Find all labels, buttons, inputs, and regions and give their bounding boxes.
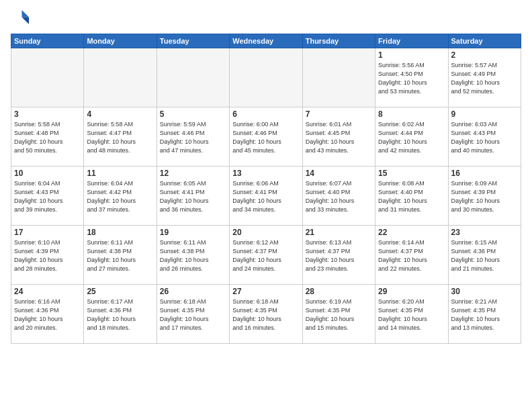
day-number: 28 bbox=[306, 287, 372, 296]
calendar-cell: 7Sunrise: 6:01 AM Sunset: 4:45 PM Daylig… bbox=[302, 107, 375, 167]
day-info: Sunrise: 6:11 AM Sunset: 4:38 PM Dayligh… bbox=[87, 238, 153, 273]
calendar-cell bbox=[157, 48, 229, 107]
day-header-friday: Friday bbox=[375, 34, 448, 48]
calendar-cell: 30Sunrise: 6:21 AM Sunset: 4:35 PM Dayli… bbox=[448, 285, 521, 344]
calendar-cell: 12Sunrise: 6:05 AM Sunset: 4:41 PM Dayli… bbox=[157, 167, 229, 226]
day-number: 1 bbox=[378, 50, 445, 60]
calendar-cell: 16Sunrise: 6:09 AM Sunset: 4:39 PM Dayli… bbox=[448, 167, 521, 226]
day-number: 27 bbox=[232, 287, 299, 296]
day-info: Sunrise: 5:58 AM Sunset: 4:47 PM Dayligh… bbox=[87, 120, 153, 155]
day-number: 18 bbox=[87, 228, 153, 237]
calendar-cell: 17Sunrise: 6:10 AM Sunset: 4:39 PM Dayli… bbox=[11, 226, 84, 285]
day-number: 16 bbox=[451, 169, 518, 178]
day-info: Sunrise: 6:16 AM Sunset: 4:36 PM Dayligh… bbox=[14, 298, 81, 332]
calendar-cell: 14Sunrise: 6:07 AM Sunset: 4:40 PM Dayli… bbox=[302, 167, 375, 226]
day-number: 10 bbox=[14, 169, 81, 178]
day-info: Sunrise: 6:07 AM Sunset: 4:40 PM Dayligh… bbox=[306, 179, 372, 214]
day-number: 23 bbox=[451, 228, 518, 237]
calendar-cell: 29Sunrise: 6:20 AM Sunset: 4:35 PM Dayli… bbox=[375, 285, 448, 344]
day-number: 9 bbox=[451, 109, 518, 119]
day-header-sunday: Sunday bbox=[11, 34, 84, 48]
day-info: Sunrise: 6:04 AM Sunset: 4:42 PM Dayligh… bbox=[87, 179, 153, 214]
day-info: Sunrise: 6:17 AM Sunset: 4:36 PM Dayligh… bbox=[87, 298, 153, 332]
day-info: Sunrise: 6:05 AM Sunset: 4:41 PM Dayligh… bbox=[160, 179, 226, 214]
calendar-cell: 1Sunrise: 5:56 AM Sunset: 4:50 PM Daylig… bbox=[375, 48, 448, 107]
day-number: 3 bbox=[14, 109, 81, 119]
calendar-cell: 27Sunrise: 6:18 AM Sunset: 4:35 PM Dayli… bbox=[230, 285, 302, 344]
day-number: 17 bbox=[14, 228, 81, 237]
day-info: Sunrise: 5:57 AM Sunset: 4:49 PM Dayligh… bbox=[451, 61, 518, 96]
day-number: 11 bbox=[87, 169, 153, 178]
calendar-cell: 9Sunrise: 6:03 AM Sunset: 4:43 PM Daylig… bbox=[448, 107, 521, 167]
day-number: 30 bbox=[451, 287, 518, 296]
day-info: Sunrise: 6:02 AM Sunset: 4:44 PM Dayligh… bbox=[378, 120, 445, 155]
calendar-cell: 26Sunrise: 6:18 AM Sunset: 4:35 PM Dayli… bbox=[157, 285, 229, 344]
day-number: 19 bbox=[160, 228, 226, 237]
day-info: Sunrise: 6:03 AM Sunset: 4:43 PM Dayligh… bbox=[451, 120, 518, 155]
day-info: Sunrise: 6:20 AM Sunset: 4:35 PM Dayligh… bbox=[378, 298, 445, 332]
calendar-week-5: 24Sunrise: 6:16 AM Sunset: 4:36 PM Dayli… bbox=[11, 285, 521, 344]
calendar-cell: 20Sunrise: 6:12 AM Sunset: 4:37 PM Dayli… bbox=[230, 226, 302, 285]
calendar-week-3: 10Sunrise: 6:04 AM Sunset: 4:43 PM Dayli… bbox=[11, 167, 521, 226]
page: SundayMondayTuesdayWednesdayThursdayFrid… bbox=[0, 0, 532, 411]
calendar-cell: 15Sunrise: 6:08 AM Sunset: 4:40 PM Dayli… bbox=[375, 167, 448, 226]
calendar-cell: 25Sunrise: 6:17 AM Sunset: 4:36 PM Dayli… bbox=[84, 285, 157, 344]
day-number: 26 bbox=[160, 287, 226, 296]
calendar-cell: 22Sunrise: 6:14 AM Sunset: 4:37 PM Dayli… bbox=[375, 226, 448, 285]
day-number: 14 bbox=[306, 169, 372, 178]
day-number: 20 bbox=[232, 228, 299, 237]
logo-icon bbox=[11, 8, 31, 28]
day-number: 22 bbox=[378, 228, 445, 237]
day-info: Sunrise: 6:13 AM Sunset: 4:37 PM Dayligh… bbox=[306, 238, 372, 273]
day-header-monday: Monday bbox=[84, 34, 157, 48]
calendar-cell bbox=[11, 48, 84, 107]
calendar-cell: 23Sunrise: 6:15 AM Sunset: 4:36 PM Dayli… bbox=[448, 226, 521, 285]
day-header-thursday: Thursday bbox=[302, 34, 375, 48]
calendar-cell: 11Sunrise: 6:04 AM Sunset: 4:42 PM Dayli… bbox=[84, 167, 157, 226]
calendar-table: SundayMondayTuesdayWednesdayThursdayFrid… bbox=[11, 34, 521, 344]
day-number: 21 bbox=[306, 228, 372, 237]
calendar-cell: 5Sunrise: 5:59 AM Sunset: 4:46 PM Daylig… bbox=[157, 107, 229, 167]
day-header-saturday: Saturday bbox=[448, 34, 521, 48]
day-info: Sunrise: 6:08 AM Sunset: 4:40 PM Dayligh… bbox=[378, 179, 445, 214]
day-number: 5 bbox=[160, 109, 226, 119]
calendar-cell: 13Sunrise: 6:06 AM Sunset: 4:41 PM Dayli… bbox=[230, 167, 302, 226]
calendar-cell: 6Sunrise: 6:00 AM Sunset: 4:46 PM Daylig… bbox=[230, 107, 302, 167]
svg-marker-0 bbox=[22, 10, 30, 17]
svg-marker-1 bbox=[22, 17, 30, 25]
day-info: Sunrise: 6:01 AM Sunset: 4:45 PM Dayligh… bbox=[306, 120, 372, 155]
day-number: 7 bbox=[306, 109, 372, 119]
calendar-week-1: 1Sunrise: 5:56 AM Sunset: 4:50 PM Daylig… bbox=[11, 48, 521, 107]
calendar-header-row: SundayMondayTuesdayWednesdayThursdayFrid… bbox=[11, 34, 521, 48]
day-info: Sunrise: 6:04 AM Sunset: 4:43 PM Dayligh… bbox=[14, 179, 81, 214]
calendar-cell: 18Sunrise: 6:11 AM Sunset: 4:38 PM Dayli… bbox=[84, 226, 157, 285]
day-number: 29 bbox=[378, 287, 445, 296]
day-info: Sunrise: 6:18 AM Sunset: 4:35 PM Dayligh… bbox=[160, 298, 226, 332]
day-info: Sunrise: 6:15 AM Sunset: 4:36 PM Dayligh… bbox=[451, 238, 518, 273]
day-info: Sunrise: 6:06 AM Sunset: 4:41 PM Dayligh… bbox=[232, 179, 299, 214]
day-number: 2 bbox=[451, 50, 518, 60]
calendar-cell: 8Sunrise: 6:02 AM Sunset: 4:44 PM Daylig… bbox=[375, 107, 448, 167]
day-info: Sunrise: 6:19 AM Sunset: 4:35 PM Dayligh… bbox=[306, 298, 372, 332]
day-info: Sunrise: 6:09 AM Sunset: 4:39 PM Dayligh… bbox=[451, 179, 518, 214]
day-info: Sunrise: 6:18 AM Sunset: 4:35 PM Dayligh… bbox=[232, 298, 299, 332]
day-info: Sunrise: 5:58 AM Sunset: 4:48 PM Dayligh… bbox=[14, 120, 81, 155]
day-info: Sunrise: 6:10 AM Sunset: 4:39 PM Dayligh… bbox=[14, 238, 81, 273]
day-number: 13 bbox=[232, 169, 299, 178]
calendar-cell bbox=[84, 48, 157, 107]
day-info: Sunrise: 6:11 AM Sunset: 4:38 PM Dayligh… bbox=[160, 238, 226, 273]
day-number: 24 bbox=[14, 287, 81, 296]
day-info: Sunrise: 6:21 AM Sunset: 4:35 PM Dayligh… bbox=[451, 298, 518, 332]
day-number: 6 bbox=[232, 109, 299, 119]
day-info: Sunrise: 5:59 AM Sunset: 4:46 PM Dayligh… bbox=[160, 120, 226, 155]
calendar-cell: 3Sunrise: 5:58 AM Sunset: 4:48 PM Daylig… bbox=[11, 107, 84, 167]
day-number: 12 bbox=[160, 169, 226, 178]
day-header-tuesday: Tuesday bbox=[157, 34, 229, 48]
day-number: 25 bbox=[87, 287, 153, 296]
day-info: Sunrise: 6:00 AM Sunset: 4:46 PM Dayligh… bbox=[232, 120, 299, 155]
calendar-cell bbox=[230, 48, 302, 107]
day-number: 4 bbox=[87, 109, 153, 119]
day-header-wednesday: Wednesday bbox=[230, 34, 302, 48]
logo bbox=[11, 8, 34, 28]
calendar-cell bbox=[302, 48, 375, 107]
